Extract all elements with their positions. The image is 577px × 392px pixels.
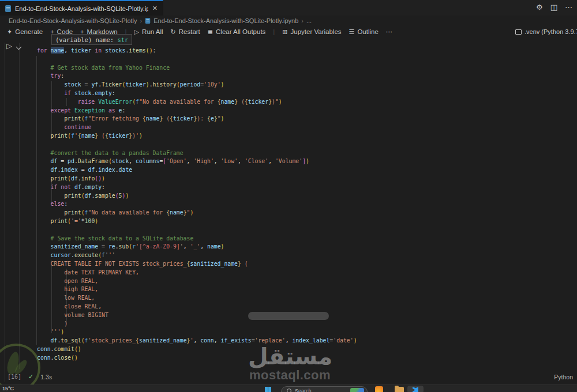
code-line: if not df.empty:	[37, 183, 357, 192]
code-line: conn.commit()	[37, 345, 357, 354]
code-line: print(df.info())	[37, 175, 357, 183]
notebook-cell: ▷ for name, ticker in stocks.items(): # …	[0, 38, 577, 385]
code-line: stock = yf.Ticker(ticker).history(period…	[37, 81, 357, 89]
code-line: conn.close()	[37, 354, 357, 363]
code-line: )	[37, 320, 357, 329]
search-highlight-thumbnail	[350, 388, 364, 392]
code-line: volume BIGINT	[37, 311, 357, 320]
code-editor[interactable]: for name, ticker in stocks.items(): # Ge…	[37, 47, 357, 362]
hover-tooltip: (variable) name: str	[51, 34, 132, 45]
code-line: close REAL,	[37, 303, 357, 311]
breadcrumb-file[interactable]: End-to-End-Stock-Analysis-with-SQLite-Pl…	[153, 17, 298, 24]
chevron-right-icon: ›	[140, 17, 143, 24]
weather-temperature[interactable]: 15°C	[2, 386, 14, 391]
code-line: open REAL,	[37, 277, 357, 286]
generate-button[interactable]: ✦ Generate	[7, 28, 43, 36]
cell-focus-border	[5, 43, 5, 382]
kernel-picker[interactable]: .venv (Python 3.9.7	[515, 25, 577, 38]
folder-icon[interactable]	[395, 387, 404, 392]
search-label: Search	[295, 388, 312, 392]
editor-actions: ⚙ ◫ ⋯	[536, 3, 572, 12]
clear-outputs-icon: ≣	[208, 28, 213, 36]
code-line: print(df.sample(5))	[37, 192, 357, 201]
breadcrumb: End-to-End-Stock-Analysis-with-SQLite-Pl…	[0, 16, 577, 25]
code-line	[37, 55, 357, 64]
run-options-chevron-icon[interactable]	[16, 44, 22, 50]
cell-editor-border	[19, 43, 20, 369]
split-editor-icon[interactable]: ◫	[550, 3, 557, 12]
code-line: print(f"Error fetching {name} ({ticker})…	[37, 115, 357, 123]
code-line: df = pd.DataFrame(stock, columns=['Open'…	[37, 157, 357, 166]
code-line: raise ValueError(f"No data available for…	[37, 98, 357, 107]
code-line: else:	[37, 200, 357, 209]
code-line: high REAL,	[37, 285, 357, 294]
toolbar-more-button[interactable]: ⋯	[386, 28, 393, 36]
code-line: if stock.empty:	[37, 89, 357, 98]
code-line: except Exception as e:	[37, 107, 357, 115]
outline-button[interactable]: ☰ Outline	[349, 28, 379, 36]
execution-duration: 1.3s	[40, 374, 52, 380]
notebook-file-icon	[145, 17, 151, 23]
kernel-label: .venv (Python 3.9.7	[524, 28, 577, 35]
vscode-window: End-to-End-Stock-Analysis-with-SQLite-Pl…	[0, 0, 577, 392]
code-line: for name, ticker in stocks.items():	[37, 47, 357, 55]
tab-notebook[interactable]: End-to-End-Stock-Analysis-with-SQLite-Pl…	[0, 0, 163, 16]
code-line: print('='*100)	[37, 217, 357, 226]
sparkle-icon: ✦	[7, 28, 12, 36]
code-line: print(f"No data available for {name}")	[37, 209, 357, 217]
more-actions-icon[interactable]: ⋯	[565, 3, 572, 12]
tab-close-icon[interactable]: ✕	[152, 5, 158, 12]
code-line: CREATE TABLE IF NOT EXISTS stock_prices_…	[37, 260, 357, 269]
kernel-icon	[515, 29, 522, 35]
gear-icon[interactable]: ⚙	[536, 3, 543, 12]
code-line: low REAL,	[37, 294, 357, 303]
code-line	[37, 226, 357, 235]
more-icon: ⋯	[386, 28, 393, 36]
success-check-icon: ✓	[28, 373, 33, 380]
code-line: ''')	[37, 328, 357, 337]
taskbar-search-box[interactable]: Search	[281, 386, 368, 392]
taskbar-vscode-button[interactable]	[407, 386, 424, 392]
notebook-file-icon	[5, 5, 11, 12]
code-line: cursor.execute(f'''	[37, 251, 357, 260]
variables-icon: ⊞	[282, 28, 287, 36]
code-line: # Save the stock data to a SQLite databa…	[37, 235, 357, 243]
code-line: df.index = df.index.date	[37, 166, 357, 175]
taskbar-app-icon[interactable]	[375, 386, 383, 392]
clear-all-outputs-button[interactable]: ≣ Clear All Outputs	[208, 28, 266, 36]
breadcrumb-collapsed[interactable]: ...	[306, 17, 312, 24]
code-line: continue	[37, 123, 357, 132]
code-line: sanitized_name = re.sub(r'[^a-zA-Z0-9]',…	[37, 243, 357, 251]
outline-icon: ☰	[349, 28, 355, 36]
code-line: date TEXT PRIMARY KEY,	[37, 269, 357, 277]
vscode-icon	[413, 387, 418, 392]
cell-language-picker[interactable]: Python	[554, 374, 573, 380]
execution-count: [16]	[8, 374, 21, 380]
code-line: #convert the data to a pandas DataFrame	[37, 149, 357, 158]
code-line: print(f'{name} ({ticker})')	[37, 132, 357, 141]
run-cell-button[interactable]: ▷	[6, 42, 12, 50]
breadcrumb-folder[interactable]: End-to-End-Stock-Analysis-with-SQLite-Pl…	[9, 17, 137, 24]
run-all-icon: ▷	[134, 28, 139, 36]
start-button-icon[interactable]	[265, 387, 271, 392]
tab-title: End-to-End-Stock-Analysis-with-SQLite-Pl…	[15, 5, 148, 12]
editor-tab-bar: End-to-End-Stock-Analysis-with-SQLite-Pl…	[0, 0, 577, 16]
search-icon	[287, 389, 291, 392]
run-all-button[interactable]: ▷ Run All	[134, 28, 163, 36]
code-line	[37, 141, 357, 149]
cell-status-bar: [16] ✓ 1.3s	[8, 373, 52, 380]
code-line: # Get stock data from Yahoo Finance	[37, 64, 357, 73]
toolbar-separator: |	[273, 28, 275, 35]
code-line: try:	[37, 72, 357, 81]
restart-icon: ↻	[171, 28, 176, 36]
chevron-right-icon: ›	[301, 17, 304, 24]
code-line: df.to_sql(f'stock_prices_{sanitized_name…	[37, 337, 357, 345]
windows-taskbar: 15°C Search	[0, 385, 577, 392]
tooltip-type: str	[117, 36, 128, 43]
restart-kernel-button[interactable]: ↻ Restart	[171, 28, 200, 36]
jupyter-variables-button[interactable]: ⊞ Jupyter Variables	[282, 28, 341, 36]
